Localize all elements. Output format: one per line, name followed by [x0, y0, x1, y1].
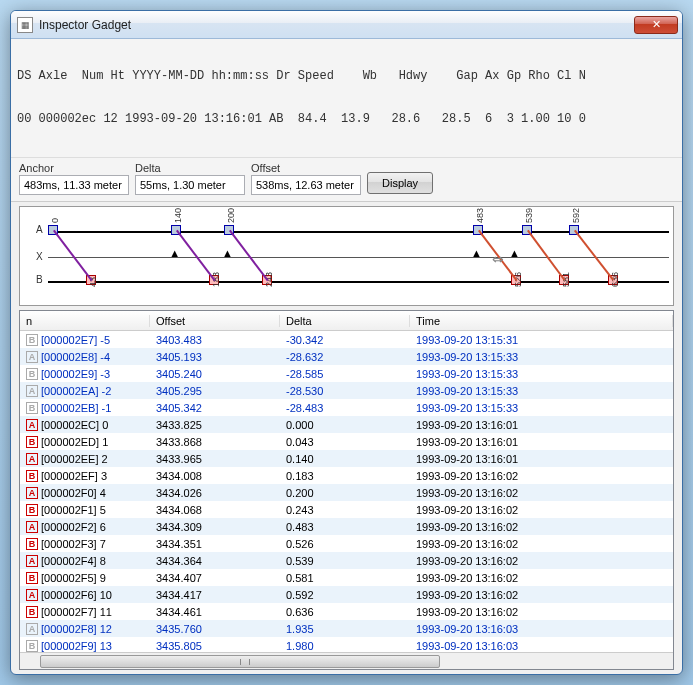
row-delta: 0.483: [280, 521, 410, 533]
row-offset: 3435.805: [150, 640, 280, 652]
table-row[interactable]: A[000002F2] 63434.3090.4831993-09-20 13:…: [20, 518, 673, 535]
row-badge-icon: B: [26, 572, 38, 584]
row-id: [000002EC] 0: [41, 419, 108, 431]
row-time: 1993-09-20 13:16:01: [410, 453, 673, 465]
axis-label-a: A: [36, 224, 43, 235]
row-time: 1993-09-20 13:15:33: [410, 368, 673, 380]
table-row[interactable]: B[000002ED] 13433.8680.0431993-09-20 13:…: [20, 433, 673, 450]
row-delta: 0.043: [280, 436, 410, 448]
table-row[interactable]: B[000002F9] 133435.8051.9801993-09-20 13…: [20, 637, 673, 652]
axle-link: [574, 230, 614, 281]
row-badge-icon: B: [26, 606, 38, 618]
row-id: [000002F4] 8: [41, 555, 106, 567]
row-time: 1993-09-20 13:16:02: [410, 538, 673, 550]
data-header: DS Axle Num Ht YYYY-MM-DD hh:mm:ss Dr Sp…: [11, 39, 682, 158]
table-row[interactable]: B[000002F3] 73434.3510.5261993-09-20 13:…: [20, 535, 673, 552]
row-offset: 3434.351: [150, 538, 280, 550]
table-row[interactable]: A[000002EC] 03433.8250.0001993-09-20 13:…: [20, 416, 673, 433]
row-delta: -30.342: [280, 334, 410, 346]
col-offset[interactable]: Offset: [150, 315, 280, 327]
scrollbar-thumb[interactable]: [40, 655, 440, 668]
row-id: [000002ED] 1: [41, 436, 108, 448]
row-id: [000002EF] 3: [41, 470, 107, 482]
row-time: 1993-09-20 13:16:02: [410, 470, 673, 482]
row-id: [000002F2] 6: [41, 521, 106, 533]
offset-label: Offset: [251, 162, 361, 174]
row-delta: 1.980: [280, 640, 410, 652]
row-id: [000002E9] -3: [41, 368, 110, 380]
horizontal-scrollbar[interactable]: [20, 652, 673, 669]
row-badge-icon: A: [26, 351, 38, 363]
axle-link: [527, 230, 566, 281]
axle-link: [229, 230, 268, 281]
row-time: 1993-09-20 13:15:33: [410, 402, 673, 414]
arrow-icon: ▲: [509, 247, 520, 259]
table-header: n Offset Delta Time: [20, 311, 673, 331]
row-id: [000002EB] -1: [41, 402, 111, 414]
row-offset: 3434.364: [150, 555, 280, 567]
main-window: ▦ Inspector Gadget ✕ DS Axle Num Ht YYYY…: [10, 10, 683, 675]
row-delta: 0.140: [280, 453, 410, 465]
col-delta[interactable]: Delta: [280, 315, 410, 327]
table-row[interactable]: B[000002EF] 33434.0080.1831993-09-20 13:…: [20, 467, 673, 484]
table-row[interactable]: A[000002E8] -43405.193-28.6321993-09-20 …: [20, 348, 673, 365]
table-row[interactable]: B[000002EB] -13405.342-28.4831993-09-20 …: [20, 399, 673, 416]
axle-link: [53, 230, 92, 281]
close-button[interactable]: ✕: [634, 16, 678, 34]
col-n[interactable]: n: [20, 315, 150, 327]
col-time[interactable]: Time: [410, 315, 673, 327]
anchor-group: Anchor: [19, 162, 129, 195]
table-body[interactable]: B[000002E7] -53403.483-30.3421993-09-20 …: [20, 331, 673, 652]
arrow-icon: ▲: [222, 247, 233, 259]
row-time: 1993-09-20 13:16:02: [410, 504, 673, 516]
row-badge-icon: B: [26, 504, 38, 516]
row-id: [000002E7] -5: [41, 334, 110, 346]
row-id: [000002F5] 9: [41, 572, 106, 584]
row-delta: 0.000: [280, 419, 410, 431]
arrow-icon: ▲: [169, 247, 180, 259]
row-delta: -28.483: [280, 402, 410, 414]
row-time: 1993-09-20 13:16:03: [410, 623, 673, 635]
table-row[interactable]: B[000002F1] 53434.0680.2431993-09-20 13:…: [20, 501, 673, 518]
row-badge-icon: B: [26, 538, 38, 550]
display-button[interactable]: Display: [367, 172, 433, 194]
resize-handle-icon[interactable]: ⇔: [492, 251, 504, 267]
row-offset: 3434.417: [150, 589, 280, 601]
table-row[interactable]: A[000002F0] 43434.0260.2001993-09-20 13:…: [20, 484, 673, 501]
table-row[interactable]: A[000002EE] 23433.9650.1401993-09-20 13:…: [20, 450, 673, 467]
row-delta: 0.243: [280, 504, 410, 516]
table-row[interactable]: A[000002F6] 103434.4170.5921993-09-20 13…: [20, 586, 673, 603]
row-badge-icon: A: [26, 487, 38, 499]
offset-input[interactable]: [251, 175, 361, 195]
row-delta: 0.526: [280, 538, 410, 550]
table-row[interactable]: A[000002EA] -23405.295-28.5301993-09-20 …: [20, 382, 673, 399]
row-id: [000002F3] 7: [41, 538, 106, 550]
axle-diagram[interactable]: A X B 014020048353959243183243526581636▲…: [19, 206, 674, 306]
row-id: [000002EA] -2: [41, 385, 111, 397]
table-row[interactable]: A[000002F8] 123435.7601.9351993-09-20 13…: [20, 620, 673, 637]
row-offset: 3403.483: [150, 334, 280, 346]
table-row[interactable]: A[000002F4] 83434.3640.5391993-09-20 13:…: [20, 552, 673, 569]
row-delta: 0.183: [280, 470, 410, 482]
app-icon: ▦: [17, 17, 33, 33]
row-offset: 3433.825: [150, 419, 280, 431]
anchor-input[interactable]: [19, 175, 129, 195]
delta-input[interactable]: [135, 175, 245, 195]
row-badge-icon: A: [26, 385, 38, 397]
table-row[interactable]: B[000002E7] -53403.483-30.3421993-09-20 …: [20, 331, 673, 348]
close-icon: ✕: [652, 18, 661, 31]
row-time: 1993-09-20 13:16:02: [410, 589, 673, 601]
header-values: 00 000002ec 12 1993-09-20 13:16:01 AB 84…: [17, 112, 676, 127]
row-badge-icon: B: [26, 640, 38, 652]
row-badge-icon: B: [26, 368, 38, 380]
row-delta: 0.200: [280, 487, 410, 499]
table-row[interactable]: B[000002F7] 113434.4610.6361993-09-20 13…: [20, 603, 673, 620]
data-table: n Offset Delta Time B[000002E7] -53403.4…: [19, 310, 674, 670]
row-badge-icon: B: [26, 436, 38, 448]
row-time: 1993-09-20 13:16:02: [410, 521, 673, 533]
header-labels: DS Axle Num Ht YYYY-MM-DD hh:mm:ss Dr Sp…: [17, 69, 676, 84]
table-row[interactable]: B[000002E9] -33405.240-28.5851993-09-20 …: [20, 365, 673, 382]
titlebar[interactable]: ▦ Inspector Gadget ✕: [11, 11, 682, 39]
row-badge-icon: A: [26, 453, 38, 465]
table-row[interactable]: B[000002F5] 93434.4070.5811993-09-20 13:…: [20, 569, 673, 586]
